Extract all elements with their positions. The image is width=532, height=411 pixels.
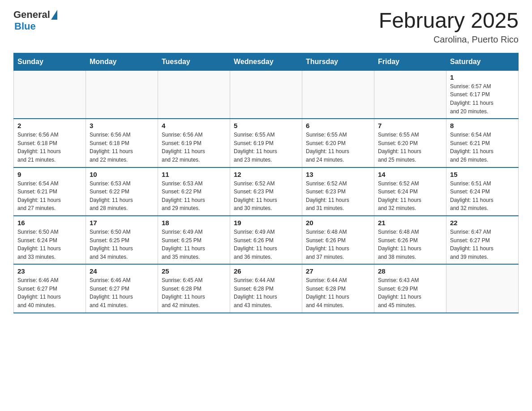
day-info: Sunrise: 6:55 AM Sunset: 6:20 PM Dayligh…	[306, 131, 370, 164]
day-info: Sunrise: 6:47 AM Sunset: 6:27 PM Dayligh…	[450, 228, 515, 261]
day-number: 19	[234, 219, 298, 227]
calendar-cell	[158, 70, 230, 119]
day-info: Sunrise: 6:46 AM Sunset: 6:27 PM Dayligh…	[17, 276, 82, 309]
day-info: Sunrise: 6:55 AM Sunset: 6:19 PM Dayligh…	[234, 131, 298, 164]
calendar-week-row: 9Sunrise: 6:54 AM Sunset: 6:21 PM Daylig…	[14, 167, 519, 216]
weekday-header-monday: Monday	[86, 53, 158, 70]
day-number: 28	[378, 267, 442, 275]
day-info: Sunrise: 6:52 AM Sunset: 6:24 PM Dayligh…	[378, 180, 442, 213]
day-info: Sunrise: 6:45 AM Sunset: 6:28 PM Dayligh…	[162, 276, 226, 309]
day-info: Sunrise: 6:53 AM Sunset: 6:22 PM Dayligh…	[162, 180, 226, 213]
logo-blue-text: Blue	[14, 21, 36, 32]
calendar-cell: 1Sunrise: 6:57 AM Sunset: 6:17 PM Daylig…	[446, 70, 519, 119]
calendar-cell: 13Sunrise: 6:52 AM Sunset: 6:23 PM Dayli…	[302, 167, 374, 216]
weekday-header-saturday: Saturday	[446, 53, 519, 70]
day-number: 6	[306, 122, 370, 129]
calendar-cell: 22Sunrise: 6:47 AM Sunset: 6:27 PM Dayli…	[446, 216, 519, 264]
calendar-cell: 5Sunrise: 6:55 AM Sunset: 6:19 PM Daylig…	[230, 119, 302, 167]
calendar-cell: 16Sunrise: 6:50 AM Sunset: 6:24 PM Dayli…	[14, 216, 86, 264]
calendar-cell: 24Sunrise: 6:46 AM Sunset: 6:27 PM Dayli…	[86, 264, 158, 313]
day-number: 26	[234, 267, 298, 275]
day-info: Sunrise: 6:44 AM Sunset: 6:28 PM Dayligh…	[306, 276, 370, 309]
calendar-week-row: 1Sunrise: 6:57 AM Sunset: 6:17 PM Daylig…	[14, 70, 519, 119]
day-info: Sunrise: 6:50 AM Sunset: 6:25 PM Dayligh…	[90, 228, 154, 261]
day-info: Sunrise: 6:56 AM Sunset: 6:18 PM Dayligh…	[90, 131, 154, 164]
day-info: Sunrise: 6:44 AM Sunset: 6:28 PM Dayligh…	[234, 276, 298, 309]
calendar-cell: 26Sunrise: 6:44 AM Sunset: 6:28 PM Dayli…	[230, 264, 302, 313]
day-number: 5	[234, 122, 298, 129]
weekday-header-thursday: Thursday	[302, 53, 374, 70]
day-number: 10	[90, 171, 154, 178]
calendar-cell: 4Sunrise: 6:56 AM Sunset: 6:19 PM Daylig…	[158, 119, 230, 167]
day-info: Sunrise: 6:52 AM Sunset: 6:23 PM Dayligh…	[234, 180, 298, 213]
day-number: 18	[162, 219, 226, 227]
calendar-cell: 21Sunrise: 6:48 AM Sunset: 6:26 PM Dayli…	[374, 216, 446, 264]
day-info: Sunrise: 6:51 AM Sunset: 6:24 PM Dayligh…	[450, 180, 515, 213]
calendar-cell: 10Sunrise: 6:53 AM Sunset: 6:22 PM Dayli…	[86, 167, 158, 216]
calendar-week-row: 2Sunrise: 6:56 AM Sunset: 6:18 PM Daylig…	[14, 119, 519, 167]
day-info: Sunrise: 6:56 AM Sunset: 6:19 PM Dayligh…	[162, 131, 226, 164]
calendar-cell: 20Sunrise: 6:48 AM Sunset: 6:26 PM Dayli…	[302, 216, 374, 264]
day-info: Sunrise: 6:48 AM Sunset: 6:26 PM Dayligh…	[378, 228, 442, 261]
day-number: 25	[162, 267, 226, 275]
calendar-cell	[374, 70, 446, 119]
day-number: 4	[162, 122, 226, 129]
calendar-cell: 2Sunrise: 6:56 AM Sunset: 6:18 PM Daylig…	[14, 119, 86, 167]
calendar-cell	[86, 70, 158, 119]
day-info: Sunrise: 6:48 AM Sunset: 6:26 PM Dayligh…	[306, 228, 370, 261]
day-info: Sunrise: 6:52 AM Sunset: 6:23 PM Dayligh…	[306, 180, 370, 213]
weekday-header-friday: Friday	[374, 53, 446, 70]
calendar-cell	[446, 264, 519, 313]
day-info: Sunrise: 6:53 AM Sunset: 6:22 PM Dayligh…	[90, 180, 154, 213]
calendar-title: February 2025	[379, 9, 519, 33]
day-number: 11	[162, 171, 226, 178]
calendar-cell: 3Sunrise: 6:56 AM Sunset: 6:18 PM Daylig…	[86, 119, 158, 167]
weekday-header-sunday: Sunday	[14, 53, 86, 70]
day-info: Sunrise: 6:57 AM Sunset: 6:17 PM Dayligh…	[450, 82, 515, 116]
day-info: Sunrise: 6:46 AM Sunset: 6:27 PM Dayligh…	[90, 276, 154, 309]
day-info: Sunrise: 6:50 AM Sunset: 6:24 PM Dayligh…	[17, 228, 82, 261]
weekday-header-row: SundayMondayTuesdayWednesdayThursdayFrid…	[14, 53, 519, 70]
calendar-cell: 14Sunrise: 6:52 AM Sunset: 6:24 PM Dayli…	[374, 167, 446, 216]
calendar-subtitle: Carolina, Puerto Rico	[379, 34, 519, 45]
day-info: Sunrise: 6:56 AM Sunset: 6:18 PM Dayligh…	[17, 131, 82, 164]
day-number: 17	[90, 219, 154, 227]
day-number: 21	[378, 219, 442, 227]
day-number: 7	[378, 122, 442, 129]
calendar-cell: 17Sunrise: 6:50 AM Sunset: 6:25 PM Dayli…	[86, 216, 158, 264]
day-number: 12	[234, 171, 298, 178]
calendar-body: 1Sunrise: 6:57 AM Sunset: 6:17 PM Daylig…	[14, 70, 519, 313]
day-info: Sunrise: 6:49 AM Sunset: 6:25 PM Dayligh…	[162, 228, 226, 261]
calendar-cell: 23Sunrise: 6:46 AM Sunset: 6:27 PM Dayli…	[14, 264, 86, 313]
title-block: February 2025 Carolina, Puerto Rico	[379, 9, 519, 45]
calendar-cell: 18Sunrise: 6:49 AM Sunset: 6:25 PM Dayli…	[158, 216, 230, 264]
day-number: 24	[90, 267, 154, 275]
calendar-cell: 7Sunrise: 6:55 AM Sunset: 6:20 PM Daylig…	[374, 119, 446, 167]
calendar-cell: 27Sunrise: 6:44 AM Sunset: 6:28 PM Dayli…	[302, 264, 374, 313]
day-info: Sunrise: 6:49 AM Sunset: 6:26 PM Dayligh…	[234, 228, 298, 261]
day-info: Sunrise: 6:55 AM Sunset: 6:20 PM Dayligh…	[378, 131, 442, 164]
day-number: 15	[450, 171, 515, 178]
day-info: Sunrise: 6:54 AM Sunset: 6:21 PM Dayligh…	[17, 180, 82, 213]
day-number: 1	[450, 73, 515, 81]
calendar-week-row: 16Sunrise: 6:50 AM Sunset: 6:24 PM Dayli…	[14, 216, 519, 264]
weekday-header-tuesday: Tuesday	[158, 53, 230, 70]
logo: General Blue	[13, 9, 57, 32]
calendar-cell: 9Sunrise: 6:54 AM Sunset: 6:21 PM Daylig…	[14, 167, 86, 216]
day-number: 8	[450, 122, 515, 129]
calendar-cell	[230, 70, 302, 119]
calendar-cell: 12Sunrise: 6:52 AM Sunset: 6:23 PM Dayli…	[230, 167, 302, 216]
calendar-cell	[14, 70, 86, 119]
day-number: 2	[17, 122, 82, 129]
calendar-week-row: 23Sunrise: 6:46 AM Sunset: 6:27 PM Dayli…	[14, 264, 519, 313]
page-header: General Blue February 2025 Carolina, Pue…	[13, 9, 519, 45]
calendar-cell: 8Sunrise: 6:54 AM Sunset: 6:21 PM Daylig…	[446, 119, 519, 167]
calendar-cell: 15Sunrise: 6:51 AM Sunset: 6:24 PM Dayli…	[446, 167, 519, 216]
day-number: 9	[17, 171, 82, 178]
day-info: Sunrise: 6:54 AM Sunset: 6:21 PM Dayligh…	[450, 131, 515, 164]
day-info: Sunrise: 6:43 AM Sunset: 6:29 PM Dayligh…	[378, 276, 442, 309]
logo-triangle-icon	[51, 10, 57, 20]
weekday-header-wednesday: Wednesday	[230, 53, 302, 70]
calendar-cell: 6Sunrise: 6:55 AM Sunset: 6:20 PM Daylig…	[302, 119, 374, 167]
calendar-cell	[302, 70, 374, 119]
